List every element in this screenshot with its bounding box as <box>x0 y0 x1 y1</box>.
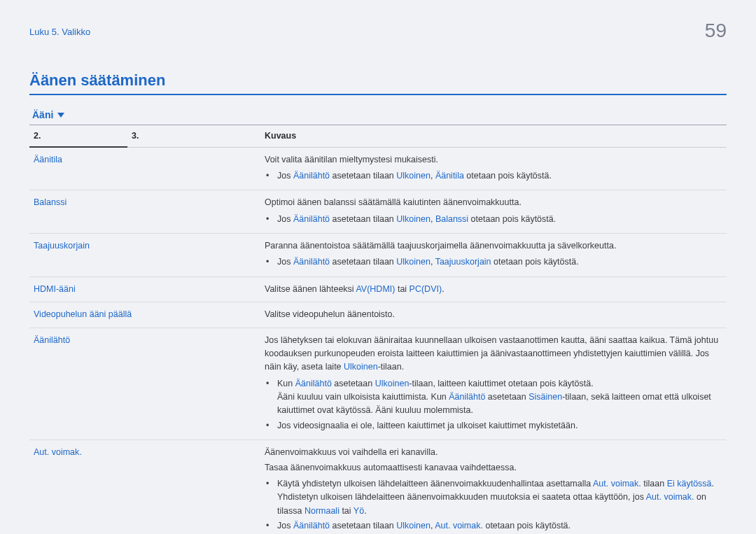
table-row: Äänitila Voit valita äänitilan mieltymys… <box>29 147 727 190</box>
table-header-row: 2. 3. Kuvaus <box>29 125 727 148</box>
subsection-label: Ääni <box>32 109 53 120</box>
row-label-aut-voimak: Aut. voimak. <box>29 440 127 534</box>
row-desc-hdmi-aani: Valitse äänen lähteeksi AV(HDMI) tai PC(… <box>260 276 727 302</box>
table-row: Videopuhelun ääni päällä Valitse videopu… <box>29 302 727 328</box>
note-item: Käytä yhdistetyn ulkoisen lähdelaitteen … <box>274 477 722 518</box>
row-desc-videopuhelu: Valitse videopuhelun äänentoisto. <box>260 302 727 328</box>
text: Optimoi äänen balanssi säätämällä kaiuti… <box>265 197 522 207</box>
page-header: Luku 5. Valikko 59 <box>29 20 727 42</box>
text: Paranna äänentoistoa säätämällä taajuusk… <box>265 241 616 251</box>
row-desc-aanitila: Voit valita äänitilan mieltymystesi muka… <box>260 147 727 190</box>
row-label-taajuuskorjain: Taajuuskorjain <box>29 234 127 277</box>
table-row: Äänilähtö Jos lähetyksen tai elokuvan ää… <box>29 328 727 440</box>
subsection-heading: Ääni <box>29 105 727 125</box>
note-item: Jos Äänilähtö asetetaan tilaan Ulkoinen,… <box>274 169 722 183</box>
chapter-label: Luku 5. Valikko <box>29 20 90 37</box>
document-page: Luku 5. Valikko 59 Äänen säätäminen Ääni… <box>0 0 756 534</box>
row-desc-balanssi: Optimoi äänen balanssi säätämällä kaiuti… <box>260 190 727 234</box>
column-header-3: 3. <box>127 125 260 148</box>
row-label-balanssi: Balanssi <box>29 190 127 234</box>
table-row: Balanssi Optimoi äänen balanssi säätämäl… <box>29 190 727 234</box>
row-label-aanilahto: Äänilähtö <box>29 328 127 440</box>
column-header-kuvaus: Kuvaus <box>260 125 727 148</box>
row-label-hdmi-aani: HDMI-ääni <box>29 276 127 302</box>
note-item: Jos Äänilähtö asetetaan tilaan Ulkoinen,… <box>274 213 722 226</box>
table-row: Taajuuskorjain Paranna äänentoistoa säät… <box>29 234 727 277</box>
page-number: 59 <box>705 20 727 42</box>
page-title: Äänen säätäminen <box>29 71 727 95</box>
row-label-aanitila: Äänitila <box>29 147 127 190</box>
note-item: Jos Äänilähtö asetetaan tilaan Ulkoinen,… <box>274 255 722 269</box>
row-label-videopuhelu: Videopuhelun ääni päällä <box>29 302 260 328</box>
text: Voit valita äänitilan mieltymystesi muka… <box>265 155 438 164</box>
table-row: HDMI-ääni Valitse äänen lähteeksi AV(HDM… <box>29 276 727 302</box>
settings-table: 2. 3. Kuvaus Äänitila Voit valita ääniti… <box>29 125 727 534</box>
row-desc-aanilahto: Jos lähetyksen tai elokuvan ääniraitaa k… <box>260 328 727 440</box>
row-desc-taajuuskorjain: Paranna äänentoistoa säätämällä taajuusk… <box>260 234 727 277</box>
column-header-2: 2. <box>29 125 127 148</box>
chevron-down-icon <box>57 113 64 118</box>
note-item: Kun Äänilähtö asetetaan Ulkoinen-tilaan,… <box>274 377 722 418</box>
table-row: Aut. voimak. Äänenvoimakkuus voi vaihdel… <box>29 440 727 534</box>
note-item: Jos Äänilähtö asetetaan tilaan Ulkoinen,… <box>274 519 722 533</box>
row-desc-aut-voimak: Äänenvoimakkuus voi vaihdella eri kanavi… <box>260 440 727 534</box>
note-item: Jos videosignaalia ei ole, laitteen kaiu… <box>274 419 722 433</box>
